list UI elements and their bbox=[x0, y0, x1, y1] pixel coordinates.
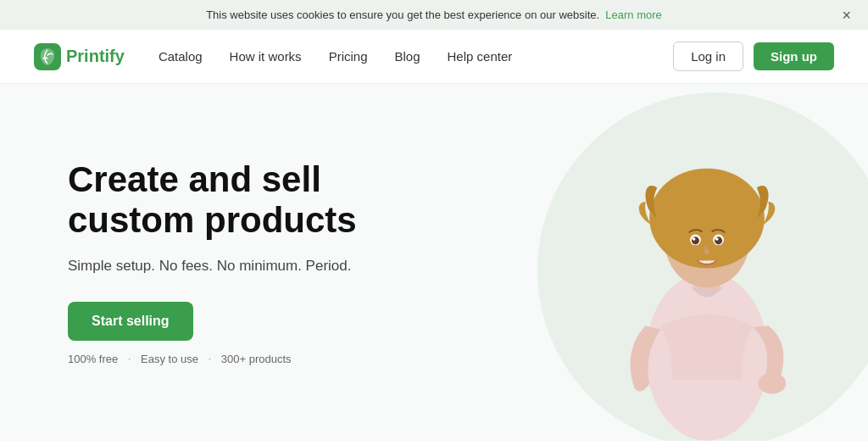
svg-point-9 bbox=[693, 237, 696, 241]
logo-icon bbox=[34, 43, 61, 70]
signup-button[interactable]: Sign up bbox=[754, 42, 834, 70]
nav-link-how-it-works[interactable]: How it works bbox=[230, 49, 302, 64]
nav-links: Catalog How it works Pricing Blog Help c… bbox=[159, 49, 673, 64]
svg-point-8 bbox=[715, 236, 722, 244]
start-selling-button[interactable]: Start selling bbox=[68, 302, 193, 341]
nav-item-help-center[interactable]: Help center bbox=[448, 49, 513, 64]
cookie-banner: This website uses cookies to ensure you … bbox=[0, 0, 868, 30]
svg-point-7 bbox=[692, 236, 699, 244]
badge-products: 300+ products bbox=[221, 353, 292, 365]
logo[interactable]: Printify bbox=[34, 43, 125, 70]
hero-section: Create and sellcustom products Simple se… bbox=[0, 84, 868, 441]
nav-item-catalog[interactable]: Catalog bbox=[159, 49, 203, 64]
navbar: Printify Catalog How it works Pricing Bl… bbox=[0, 30, 868, 84]
nav-item-pricing[interactable]: Pricing bbox=[329, 49, 368, 64]
cookie-close-button[interactable]: × bbox=[842, 8, 851, 23]
nav-link-pricing[interactable]: Pricing bbox=[329, 49, 368, 64]
svg-point-10 bbox=[715, 237, 719, 241]
badge-free: 100% free bbox=[68, 353, 118, 365]
nav-actions: Log in Sign up bbox=[673, 42, 834, 71]
person-svg bbox=[571, 119, 843, 441]
nav-item-how-it-works[interactable]: How it works bbox=[230, 49, 302, 64]
nav-link-help-center[interactable]: Help center bbox=[448, 49, 513, 64]
cookie-text: This website uses cookies to ensure you … bbox=[17, 8, 851, 21]
hero-person-image bbox=[563, 84, 851, 441]
cookie-message: This website uses cookies to ensure you … bbox=[206, 8, 599, 21]
svg-point-11 bbox=[759, 372, 787, 393]
nav-item-blog[interactable]: Blog bbox=[394, 49, 420, 64]
dot-separator-2: · bbox=[209, 354, 211, 364]
logo-text: Printify bbox=[66, 47, 125, 66]
dot-separator-1: · bbox=[128, 354, 131, 364]
login-button[interactable]: Log in bbox=[673, 42, 743, 71]
badge-easy: Easy to use bbox=[141, 353, 198, 365]
nav-link-catalog[interactable]: Catalog bbox=[159, 49, 203, 64]
cookie-learn-more-link[interactable]: Learn more bbox=[605, 8, 661, 21]
nav-link-blog[interactable]: Blog bbox=[394, 49, 420, 64]
